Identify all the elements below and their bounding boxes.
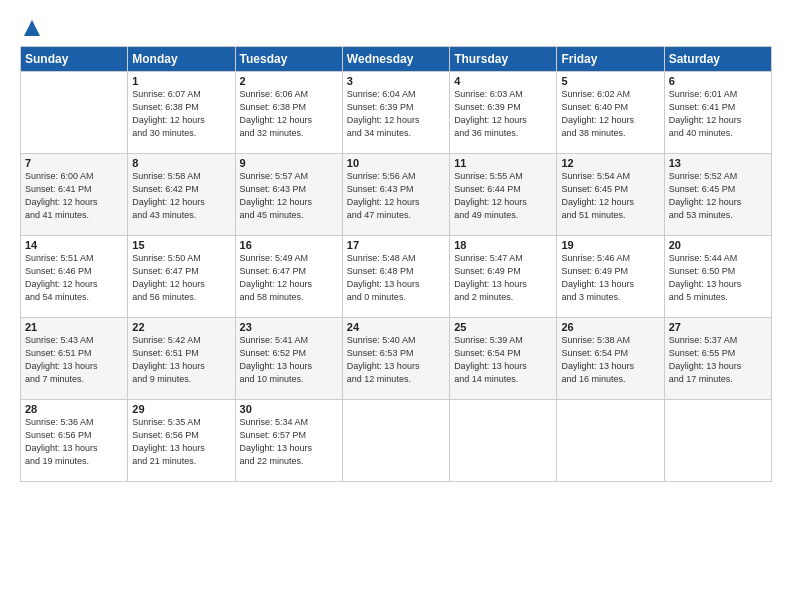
day-number: 17 (347, 239, 445, 251)
day-number: 8 (132, 157, 230, 169)
logo-icon (22, 18, 42, 38)
day-info: Sunrise: 5:58 AMSunset: 6:42 PMDaylight:… (132, 170, 230, 222)
day-number: 20 (669, 239, 767, 251)
logo (20, 18, 42, 38)
calendar-cell: 7Sunrise: 6:00 AMSunset: 6:41 PMDaylight… (21, 154, 128, 236)
calendar-cell (664, 400, 771, 482)
day-info: Sunrise: 5:40 AMSunset: 6:53 PMDaylight:… (347, 334, 445, 386)
week-row-1: 1Sunrise: 6:07 AMSunset: 6:38 PMDaylight… (21, 72, 772, 154)
calendar-cell: 24Sunrise: 5:40 AMSunset: 6:53 PMDayligh… (342, 318, 449, 400)
day-number: 24 (347, 321, 445, 333)
calendar-cell: 12Sunrise: 5:54 AMSunset: 6:45 PMDayligh… (557, 154, 664, 236)
week-row-3: 14Sunrise: 5:51 AMSunset: 6:46 PMDayligh… (21, 236, 772, 318)
calendar-cell: 16Sunrise: 5:49 AMSunset: 6:47 PMDayligh… (235, 236, 342, 318)
calendar-cell: 26Sunrise: 5:38 AMSunset: 6:54 PMDayligh… (557, 318, 664, 400)
day-number: 28 (25, 403, 123, 415)
header-cell-tuesday: Tuesday (235, 47, 342, 72)
calendar-cell: 9Sunrise: 5:57 AMSunset: 6:43 PMDaylight… (235, 154, 342, 236)
day-number: 13 (669, 157, 767, 169)
day-number: 4 (454, 75, 552, 87)
calendar-cell: 20Sunrise: 5:44 AMSunset: 6:50 PMDayligh… (664, 236, 771, 318)
day-number: 6 (669, 75, 767, 87)
calendar-cell: 14Sunrise: 5:51 AMSunset: 6:46 PMDayligh… (21, 236, 128, 318)
calendar-cell: 2Sunrise: 6:06 AMSunset: 6:38 PMDaylight… (235, 72, 342, 154)
day-info: Sunrise: 6:03 AMSunset: 6:39 PMDaylight:… (454, 88, 552, 140)
week-row-4: 21Sunrise: 5:43 AMSunset: 6:51 PMDayligh… (21, 318, 772, 400)
day-info: Sunrise: 6:02 AMSunset: 6:40 PMDaylight:… (561, 88, 659, 140)
day-info: Sunrise: 5:34 AMSunset: 6:57 PMDaylight:… (240, 416, 338, 468)
calendar-cell: 23Sunrise: 5:41 AMSunset: 6:52 PMDayligh… (235, 318, 342, 400)
calendar-cell: 4Sunrise: 6:03 AMSunset: 6:39 PMDaylight… (450, 72, 557, 154)
calendar-cell: 21Sunrise: 5:43 AMSunset: 6:51 PMDayligh… (21, 318, 128, 400)
header-cell-wednesday: Wednesday (342, 47, 449, 72)
day-info: Sunrise: 6:04 AMSunset: 6:39 PMDaylight:… (347, 88, 445, 140)
day-number: 22 (132, 321, 230, 333)
day-info: Sunrise: 5:39 AMSunset: 6:54 PMDaylight:… (454, 334, 552, 386)
day-number: 26 (561, 321, 659, 333)
calendar-cell: 27Sunrise: 5:37 AMSunset: 6:55 PMDayligh… (664, 318, 771, 400)
page: SundayMondayTuesdayWednesdayThursdayFrid… (0, 0, 792, 612)
day-info: Sunrise: 5:55 AMSunset: 6:44 PMDaylight:… (454, 170, 552, 222)
calendar-cell: 1Sunrise: 6:07 AMSunset: 6:38 PMDaylight… (128, 72, 235, 154)
calendar-cell: 11Sunrise: 5:55 AMSunset: 6:44 PMDayligh… (450, 154, 557, 236)
header-cell-monday: Monday (128, 47, 235, 72)
day-number: 30 (240, 403, 338, 415)
calendar-cell: 13Sunrise: 5:52 AMSunset: 6:45 PMDayligh… (664, 154, 771, 236)
calendar-cell: 3Sunrise: 6:04 AMSunset: 6:39 PMDaylight… (342, 72, 449, 154)
calendar-cell: 18Sunrise: 5:47 AMSunset: 6:49 PMDayligh… (450, 236, 557, 318)
day-number: 11 (454, 157, 552, 169)
calendar-cell: 30Sunrise: 5:34 AMSunset: 6:57 PMDayligh… (235, 400, 342, 482)
day-number: 14 (25, 239, 123, 251)
calendar-table: SundayMondayTuesdayWednesdayThursdayFrid… (20, 46, 772, 482)
header-cell-sunday: Sunday (21, 47, 128, 72)
day-info: Sunrise: 5:49 AMSunset: 6:47 PMDaylight:… (240, 252, 338, 304)
calendar-cell: 25Sunrise: 5:39 AMSunset: 6:54 PMDayligh… (450, 318, 557, 400)
calendar-cell: 5Sunrise: 6:02 AMSunset: 6:40 PMDaylight… (557, 72, 664, 154)
calendar-cell: 17Sunrise: 5:48 AMSunset: 6:48 PMDayligh… (342, 236, 449, 318)
calendar-cell (450, 400, 557, 482)
header-row: SundayMondayTuesdayWednesdayThursdayFrid… (21, 47, 772, 72)
day-number: 9 (240, 157, 338, 169)
day-info: Sunrise: 5:47 AMSunset: 6:49 PMDaylight:… (454, 252, 552, 304)
day-number: 18 (454, 239, 552, 251)
day-number: 21 (25, 321, 123, 333)
day-info: Sunrise: 5:38 AMSunset: 6:54 PMDaylight:… (561, 334, 659, 386)
calendar-cell: 22Sunrise: 5:42 AMSunset: 6:51 PMDayligh… (128, 318, 235, 400)
day-number: 15 (132, 239, 230, 251)
day-info: Sunrise: 5:44 AMSunset: 6:50 PMDaylight:… (669, 252, 767, 304)
day-number: 10 (347, 157, 445, 169)
calendar-cell: 10Sunrise: 5:56 AMSunset: 6:43 PMDayligh… (342, 154, 449, 236)
calendar-cell: 29Sunrise: 5:35 AMSunset: 6:56 PMDayligh… (128, 400, 235, 482)
week-row-2: 7Sunrise: 6:00 AMSunset: 6:41 PMDaylight… (21, 154, 772, 236)
day-info: Sunrise: 5:41 AMSunset: 6:52 PMDaylight:… (240, 334, 338, 386)
day-info: Sunrise: 5:36 AMSunset: 6:56 PMDaylight:… (25, 416, 123, 468)
day-number: 2 (240, 75, 338, 87)
day-info: Sunrise: 5:48 AMSunset: 6:48 PMDaylight:… (347, 252, 445, 304)
day-info: Sunrise: 6:00 AMSunset: 6:41 PMDaylight:… (25, 170, 123, 222)
day-number: 23 (240, 321, 338, 333)
day-info: Sunrise: 5:51 AMSunset: 6:46 PMDaylight:… (25, 252, 123, 304)
header (20, 18, 772, 38)
calendar-cell: 6Sunrise: 6:01 AMSunset: 6:41 PMDaylight… (664, 72, 771, 154)
day-info: Sunrise: 5:42 AMSunset: 6:51 PMDaylight:… (132, 334, 230, 386)
day-number: 12 (561, 157, 659, 169)
calendar-cell (21, 72, 128, 154)
day-info: Sunrise: 5:37 AMSunset: 6:55 PMDaylight:… (669, 334, 767, 386)
header-cell-saturday: Saturday (664, 47, 771, 72)
calendar-cell (557, 400, 664, 482)
day-number: 7 (25, 157, 123, 169)
day-number: 16 (240, 239, 338, 251)
calendar-cell: 8Sunrise: 5:58 AMSunset: 6:42 PMDaylight… (128, 154, 235, 236)
header-cell-thursday: Thursday (450, 47, 557, 72)
svg-marker-0 (24, 20, 40, 36)
day-info: Sunrise: 5:50 AMSunset: 6:47 PMDaylight:… (132, 252, 230, 304)
week-row-5: 28Sunrise: 5:36 AMSunset: 6:56 PMDayligh… (21, 400, 772, 482)
day-number: 1 (132, 75, 230, 87)
day-number: 5 (561, 75, 659, 87)
day-info: Sunrise: 5:43 AMSunset: 6:51 PMDaylight:… (25, 334, 123, 386)
calendar-cell (342, 400, 449, 482)
day-info: Sunrise: 6:06 AMSunset: 6:38 PMDaylight:… (240, 88, 338, 140)
header-cell-friday: Friday (557, 47, 664, 72)
calendar-cell: 28Sunrise: 5:36 AMSunset: 6:56 PMDayligh… (21, 400, 128, 482)
day-number: 3 (347, 75, 445, 87)
